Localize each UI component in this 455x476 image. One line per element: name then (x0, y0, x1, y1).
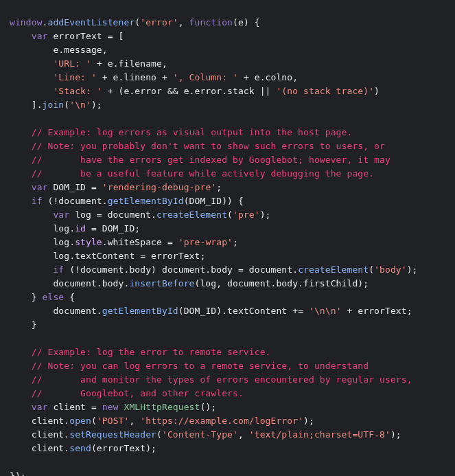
code-token: var (32, 31, 48, 41)
code-token: '\n' (69, 100, 91, 110)
code-token: 'Content-Type' (162, 429, 238, 440)
code-token (10, 374, 32, 385)
code-token (10, 388, 32, 398)
code-token: log.textContent = errorText; (10, 251, 205, 261)
code-token: . (43, 17, 48, 27)
code-token: ; (216, 182, 222, 192)
code-token: 'https://example.com/logError' (140, 416, 303, 426)
code-token: ( (91, 416, 97, 426)
code-token: id (75, 223, 86, 234)
code-token: + e.filename, (91, 58, 167, 69)
code-token: join (43, 100, 65, 110)
code-token: XMLHttpRequest (124, 402, 200, 412)
code-token: 'pre-wrap' (178, 237, 233, 247)
code-token: DOM_ID = (48, 182, 102, 192)
code-token: (DOM_ID)) { (184, 196, 244, 206)
code-token: 'Stack: ' (53, 86, 102, 96)
code-token (119, 402, 124, 412)
code-token: , (238, 429, 249, 440)
code-token: ); (303, 416, 314, 426)
code-token: insertBefore (129, 278, 194, 288)
code-token (10, 182, 32, 192)
code-token: ); (260, 209, 271, 220)
code-token: } (10, 292, 43, 302)
code-token: // Googlebot, and other crawlers. (32, 388, 244, 398)
code-token: log = document. (69, 209, 156, 220)
code-token: ); (407, 264, 418, 275)
code-token: ) (374, 86, 380, 96)
code-token: createElement (298, 264, 369, 275)
code-token: getElementById (102, 306, 178, 316)
code-token: 'pre' (233, 209, 260, 220)
code-token: // Example: log the error to remote serv… (32, 347, 271, 357)
code-token: // have the errors get indexed by Google… (32, 155, 390, 165)
code-token (10, 264, 53, 275)
code-token: , (178, 17, 189, 27)
code-token: document.body. (10, 278, 129, 288)
code-token: (log, document.body.firstChild); (195, 278, 369, 288)
code-token (10, 127, 32, 137)
code-token: , (129, 416, 140, 426)
code-token: { (64, 292, 75, 302)
code-token: setRequestHeader (69, 429, 156, 440)
code-token: function (189, 17, 233, 27)
code-token: // and monitor the types of errors encou… (32, 374, 412, 385)
code-token (10, 196, 32, 206)
code-token: + (e.error && e.error.stack || (102, 86, 277, 96)
code-token: (DOM_ID).textContent += (178, 306, 309, 316)
code-token: open (69, 416, 91, 426)
code-token: errorText = [ (48, 31, 124, 41)
code-token: else (43, 292, 65, 302)
code-token (10, 347, 32, 357)
code-token (10, 72, 53, 82)
code-token: + e.lineno + (97, 72, 173, 82)
code-token (10, 402, 32, 412)
code-token: 'Line: ' (53, 72, 96, 82)
code-token: .whiteSpace = (102, 237, 178, 247)
code-token: ', Column: ' (173, 72, 238, 82)
code-token: 'URL: ' (53, 58, 91, 69)
code-token: 'body' (374, 264, 407, 275)
code-content: window.addEventListener('error', functio… (10, 17, 418, 476)
code-token (10, 86, 53, 96)
code-token: // Note: you can log errors to a remote … (32, 361, 369, 371)
code-token: createElement (156, 209, 227, 220)
code-token (10, 31, 32, 41)
code-token: log. (10, 237, 75, 247)
code-token: var (32, 402, 48, 412)
code-token: var (32, 182, 48, 192)
code-token: (!document.body) document.body = documen… (64, 264, 298, 275)
code-token: send (69, 443, 91, 453)
code-token: ; (233, 237, 238, 247)
code-token: + e.colno, (238, 72, 298, 82)
code-token: 'POST' (97, 416, 130, 426)
code-token: window (10, 17, 43, 27)
code-token: client. (10, 429, 69, 440)
code-token: client. (10, 443, 69, 453)
code-token: log. (10, 223, 75, 234)
code-token: + errorText; (342, 306, 412, 316)
code-token: getElementById (108, 196, 184, 206)
code-token: client. (10, 416, 69, 426)
code-token: e.message, (10, 45, 108, 55)
code-token: ( (227, 209, 233, 220)
code-token: new (102, 402, 119, 412)
code-token: }); (10, 471, 26, 476)
code-block: window.addEventListener('error', functio… (0, 9, 455, 476)
code-token (10, 141, 32, 151)
code-token: (!document. (43, 196, 108, 206)
code-token: // be a useful feature while actively de… (32, 168, 374, 179)
code-token: ); (390, 429, 401, 440)
code-token: ); (91, 100, 102, 110)
code-token: if (53, 264, 64, 275)
code-token (10, 168, 32, 179)
code-token: client = (48, 402, 102, 412)
code-token: (errorText); (91, 443, 156, 453)
code-token: document. (10, 306, 102, 316)
code-token (10, 209, 53, 220)
code-token: if (32, 196, 43, 206)
code-token: (e) { (233, 17, 260, 27)
code-token: (); (200, 402, 216, 412)
code-token: '(no stack trace)' (276, 86, 374, 96)
code-token (10, 58, 53, 69)
